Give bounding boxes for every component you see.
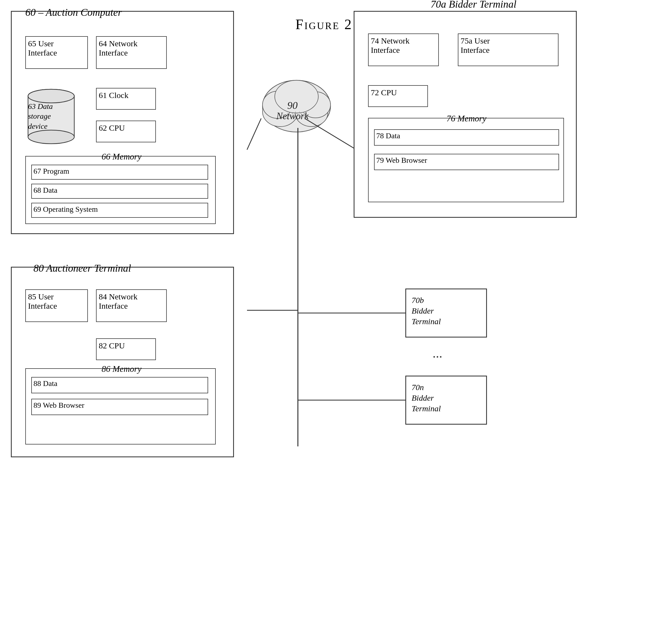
network-interface-84-label: 84 Network Interface (97, 290, 166, 313)
svg-text:90: 90 (287, 100, 298, 111)
data-78-box: 78 Data (374, 129, 559, 146)
data-68-label: 68 Data (32, 184, 208, 196)
memory-86-box: 86 Memory 88 Data 89 Web Browser (25, 368, 216, 444)
cpu-72-label: 72 CPU (369, 86, 427, 99)
memory-66-label: 66 Memory (102, 152, 142, 162)
web-browser-89-box: 89 Web Browser (31, 399, 208, 415)
auctioneer-terminal-label: 80 Auctioneer Terminal (34, 262, 131, 274)
data-storage-63: 63 Data storage device (25, 88, 77, 148)
data-78-label: 78 Data (375, 130, 558, 142)
auction-computer-label: 60 – Auction Computer (25, 6, 122, 18)
svg-line-10 (299, 112, 305, 118)
bidder-70b-box: 70b Bidder Terminal (406, 289, 487, 338)
data-68-box: 68 Data (31, 184, 208, 199)
data-88-box: 88 Data (31, 377, 208, 393)
memory-76-label: 76 Memory (446, 113, 486, 123)
svg-text:Network: Network (276, 111, 309, 121)
web-browser-89-label: 89 Web Browser (32, 399, 208, 411)
network-interface-74-box: 74 Network Interface (368, 34, 439, 66)
os-69-label: 69 Operating System (32, 203, 208, 215)
user-interface-85-label: 85 User Interface (26, 290, 87, 313)
svg-point-5 (275, 80, 318, 113)
user-interface-65-label: 65 User Interface (26, 37, 87, 60)
cpu-62-box: 62 CPU (96, 120, 156, 142)
os-69-box: 69 Operating System (31, 203, 208, 218)
user-interface-75a-label: 75a User Interface (458, 34, 558, 57)
bidder-70a-label: 70a Bidder Terminal (431, 0, 516, 11)
cpu-62-label: 62 CPU (97, 121, 155, 135)
clock-61-box: 61 Clock (96, 88, 156, 110)
bidder-70n-label: 70n Bidder Terminal (412, 382, 441, 414)
svg-line-6 (283, 114, 288, 120)
svg-point-1 (263, 97, 298, 127)
svg-line-14 (247, 118, 261, 150)
svg-line-11 (303, 112, 308, 117)
clock-61-label: 61 Clock (97, 89, 155, 102)
svg-point-3 (263, 91, 292, 118)
network-interface-74-label: 74 Network Interface (369, 34, 438, 57)
bidder-70a-box: 70a Bidder Terminal 74 Network Interface… (354, 11, 577, 218)
network-interface-84-box: 84 Network Interface (96, 289, 167, 322)
network-interface-64-box: 64 Network Interface (96, 36, 167, 69)
network-interface-64-label: 64 Network Interface (97, 37, 166, 60)
program-67-box: 67 Program (31, 165, 208, 180)
cpu-82-label: 82 CPU (97, 339, 155, 352)
memory-66-box: 66 Memory 67 Program 68 Data 69 Operatin… (25, 156, 216, 224)
auction-computer-box: 60 – Auction Computer 65 User Interface … (11, 11, 234, 234)
memory-86-label: 86 Memory (102, 364, 142, 374)
data-88-label: 88 Data (32, 378, 208, 390)
cpu-82-box: 82 CPU (96, 338, 156, 360)
web-browser-79-box: 79 Web Browser (374, 154, 559, 170)
user-interface-85-box: 85 User Interface (25, 289, 88, 322)
bidder-70b-label: 70b Bidder Terminal (412, 295, 441, 327)
cpu-72-box: 72 CPU (368, 85, 428, 107)
svg-point-0 (263, 80, 330, 132)
user-interface-75a-box: 75a User Interface (458, 34, 558, 66)
user-interface-65-box: 65 User Interface (25, 36, 88, 69)
svg-point-4 (301, 92, 330, 118)
svg-point-35 (28, 89, 74, 103)
svg-point-34 (28, 130, 74, 144)
svg-line-16 (305, 118, 357, 150)
svg-line-9 (295, 112, 301, 118)
program-67-label: 67 Program (32, 165, 208, 177)
svg-line-7 (287, 113, 292, 119)
auctioneer-terminal-box: 80 Auctioneer Terminal 85 User Interface… (11, 267, 234, 457)
svg-line-8 (291, 112, 296, 118)
ellipsis: ... (433, 346, 442, 361)
bidder-70n-box: 70n Bidder Terminal (406, 376, 487, 425)
data-storage-63-label: 63 Data storage device (28, 102, 53, 131)
page: Figure 2 90 Network (0, 0, 648, 644)
web-browser-79-label: 79 Web Browser (375, 154, 558, 166)
svg-point-2 (295, 99, 328, 127)
memory-76-box: 76 Memory 78 Data 79 Web Browser (368, 118, 564, 202)
